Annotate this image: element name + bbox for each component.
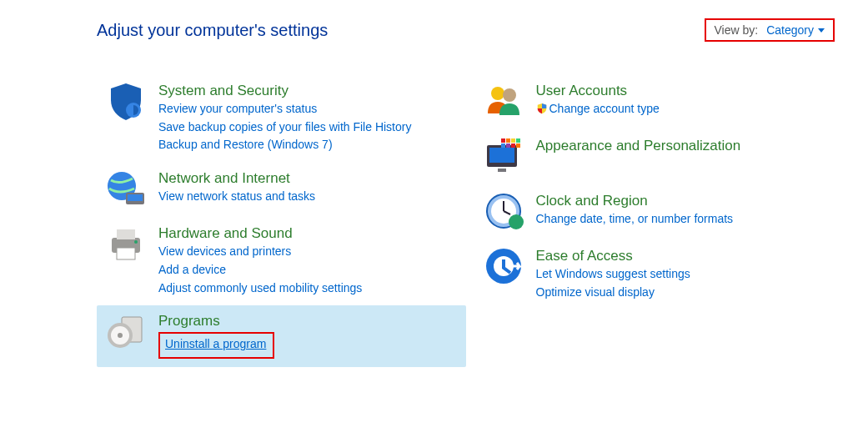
category-item: Hardware and Sound View devices and prin… (97, 218, 466, 305)
category-link[interactable]: Backup and Restore (Windows 7) (158, 136, 411, 154)
category-item: Ease of Access Let Windows suggest setti… (474, 240, 844, 310)
svg-rect-23 (511, 143, 515, 148)
svg-rect-21 (501, 143, 505, 148)
category-title[interactable]: Hardware and Sound (158, 224, 362, 243)
category-item: Programs Uninstall a program (97, 305, 466, 367)
category-link[interactable]: Change date, time, or number formats (536, 210, 734, 229)
category-link[interactable]: View network status and tasks (158, 188, 315, 206)
clock-icon (483, 190, 524, 232)
svg-rect-22 (506, 143, 510, 148)
uac-shield-icon (536, 103, 548, 114)
category-title[interactable]: Network and Internet (158, 169, 315, 188)
shield-icon (105, 80, 147, 122)
category-link[interactable]: View devices and printers (158, 243, 362, 261)
users-icon (483, 80, 524, 122)
category-title[interactable]: User Accounts (536, 82, 660, 100)
category-link[interactable]: Let Windows suggest settings (536, 265, 690, 284)
category-link[interactable]: Uninstall a program (165, 335, 266, 354)
svg-rect-24 (516, 143, 520, 148)
category-link[interactable]: Save backup copies of your files with Fi… (158, 118, 411, 137)
printer-icon (105, 223, 147, 264)
category-item: Network and Internet View network status… (97, 163, 466, 218)
svg-point-11 (118, 333, 123, 338)
svg-point-12 (491, 87, 504, 100)
category-link[interactable]: Optimize visual display (536, 284, 690, 302)
viewby-value-text: Category (766, 23, 814, 37)
svg-rect-20 (516, 138, 520, 143)
svg-rect-3 (128, 194, 143, 201)
category-item: Appearance and Personalization (474, 130, 844, 185)
access-icon (483, 245, 524, 287)
category-link[interactable]: Review your computer's status (158, 100, 411, 118)
category-link[interactable]: Add a device (158, 261, 362, 279)
svg-rect-16 (498, 169, 506, 172)
viewby-label: View by: (715, 23, 759, 37)
svg-point-29 (509, 214, 524, 229)
category-item: System and Security Review your computer… (97, 75, 466, 163)
svg-rect-5 (117, 229, 135, 239)
category-link[interactable]: Change account type (536, 100, 660, 118)
viewby-highlight-box: View by: Category (705, 18, 835, 42)
globe-icon (105, 168, 147, 209)
category-item: Clock and Region Change date, time, or n… (474, 185, 844, 240)
chevron-down-icon (818, 28, 825, 33)
svg-rect-17 (501, 138, 505, 143)
category-link[interactable]: Adjust commonly used mobility settings (158, 279, 362, 298)
svg-rect-18 (506, 138, 510, 143)
uninstall-highlight-box: Uninstall a program (158, 332, 274, 359)
category-title[interactable]: Appearance and Personalization (536, 137, 741, 155)
svg-rect-6 (117, 248, 135, 259)
svg-point-7 (134, 240, 138, 244)
svg-point-13 (503, 88, 516, 102)
viewby-dropdown[interactable]: Category (766, 23, 825, 37)
category-item: User Accounts Change account type (474, 75, 844, 130)
category-title[interactable]: Clock and Region (536, 192, 734, 210)
page-title: Adjust your computer's settings (97, 21, 328, 40)
category-title[interactable]: Ease of Access (536, 247, 690, 265)
category-title[interactable]: System and Security (158, 82, 411, 100)
monitor-icon (483, 135, 524, 177)
svg-rect-15 (489, 148, 514, 163)
disc-icon (105, 310, 147, 352)
category-title[interactable]: Programs (158, 312, 274, 330)
svg-rect-19 (511, 138, 515, 143)
